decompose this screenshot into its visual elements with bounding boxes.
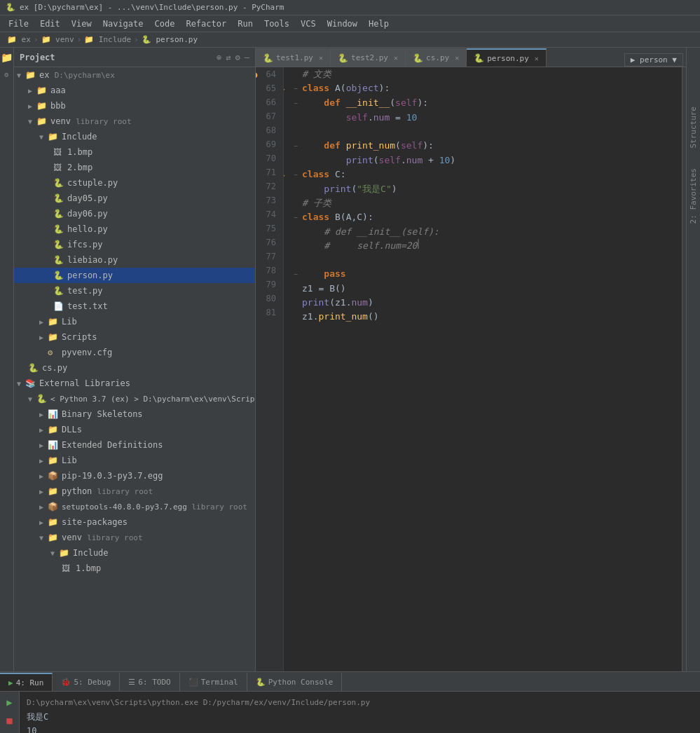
menu-help[interactable]: Help [363,15,394,32]
fold-71[interactable] [291,168,301,182]
label-dlls: DLLs [62,425,82,434]
py-icon-37: 🐍 [36,394,48,404]
tree-item-bbb[interactable]: ▶ 📁 bbb [14,98,255,114]
fold-78[interactable] [291,268,301,282]
breadcrumb-ex[interactable]: 📁 ex [7,35,31,44]
tree-item-dlls[interactable]: ▶ 📁 DLLs [14,422,255,437]
tree-item-binary[interactable]: ▶ 📊 Binary Skeletons [14,406,255,422]
menu-run[interactable]: Run [232,15,259,32]
bottom-tab-run[interactable]: ▶ 4: Run [0,673,53,691]
tree-item-python37[interactable]: ▼ 🐍 < Python 3.7 (ex) > D:\pycharm\ex\ve… [14,391,255,406]
tree-item-include[interactable]: ▼ 📁 Include [14,129,255,144]
side-label-favorites[interactable]: 2: Favorites [687,165,699,226]
label-include2: Include [73,548,109,558]
tree-item-day06[interactable]: 🐍 day06.py [14,206,255,221]
tree-item-testpy[interactable]: 🐍 test.py [14,283,255,299]
tree-item-day05[interactable]: 🐍 day05.py [14,191,255,206]
arrow-ex: ▼ [17,71,25,79]
run-stop-btn[interactable]: ■ [2,713,18,728]
tree-item-pip[interactable]: ▶ 📦 pip-19.0.3-py3.7.egg [14,468,255,484]
menu-view[interactable]: View [66,15,97,32]
tab-close-person[interactable]: ✕ [535,55,539,62]
menu-refactor[interactable]: Refactor [180,15,232,32]
project-close-icon[interactable]: — [245,53,249,62]
project-add-icon[interactable]: ⊕ [217,53,221,62]
project-settings-icon[interactable]: ⚙ [235,53,240,62]
tree-item-aaa[interactable]: ▶ 📁 aaa [14,83,255,98]
side-icon-1[interactable]: ⚙ [0,67,14,81]
tree-item-setuptools[interactable]: ▶ 📦 setuptools-40.8.0-py3.7.egg library … [14,499,255,514]
fold-65[interactable] [291,82,301,96]
bottom-tab-debug[interactable]: 🐞 5: Debug [53,673,120,691]
tree-item-hello[interactable]: 🐍 hello.py [14,221,255,237]
tree-item-1bmp2[interactable]: 🖼 1.bmp [14,561,255,576]
label-hello: hello.py [67,224,108,234]
tree-item-2bmp[interactable]: 🖼 2.bmp [14,160,255,175]
breadcrumb-venv[interactable]: 📁 venv [41,35,74,44]
tree-item-cspy[interactable]: 🐍 cs.py [14,360,255,376]
tree-item-ex[interactable]: ▼ 📁 ex D:\pycharm\ex [14,67,255,83]
bottom-tab-todo[interactable]: ☰ 6: TODO [120,673,179,691]
code-editor[interactable]: ● 64 65 66 67 68 69 70 71 72 73 74 75 76 [256,67,686,671]
tab-close-test2[interactable]: ✕ [394,54,398,62]
code-line-77 [291,253,675,267]
menu-vcs[interactable]: VCS [295,15,322,32]
tab-person[interactable]: 🐍 person.py ✕ [467,48,547,67]
tree-item-cstuple[interactable]: 🐍 cstuple.py [14,175,255,191]
folder-icon-venv2: 📁 [48,533,59,542]
breadcrumb-include[interactable]: 📁 Include [84,35,131,44]
menu-navigate[interactable]: Navigate [97,15,149,32]
fold-69[interactable] [291,139,301,153]
tree-item-testtxt[interactable]: 📄 test.txt [14,299,255,314]
menu-code[interactable]: Code [149,15,181,32]
tree-item-extdefs[interactable]: ▶ 📊 Extended Definitions [14,437,255,453]
project-sync-icon[interactable]: ⇄ [226,53,231,62]
menu-window[interactable]: Window [322,15,363,32]
tab-icon-cs: 🐍 [413,53,423,63]
project-tree[interactable]: ▼ 📁 ex D:\pycharm\ex ▶ 📁 aaa ▶ 📁 bbb [14,67,255,671]
menu-file[interactable]: File [3,15,34,32]
menu-tools[interactable]: Tools [259,15,295,32]
run-config[interactable]: ▶ person ▼ [624,53,683,67]
label-site: site-packages [62,517,128,527]
menu-edit[interactable]: Edit [34,15,66,32]
code-line-68 [291,125,675,139]
label-setuptools: setuptools-40.8.0-py3.7.egg library root [62,502,247,512]
run-play-btn[interactable]: ▶ [2,694,18,710]
tree-item-venv[interactable]: ▼ 📁 venv library root [14,114,255,129]
bottom-panel: ▶ 4: Run 🐞 5: Debug ☰ 6: TODO ⬛ Terminal… [0,671,700,733]
tree-item-lib2[interactable]: ▶ 📁 Lib [14,453,255,468]
tree-item-site[interactable]: ▶ 📁 site-packages [14,514,255,530]
bottom-tab-console[interactable]: 🐍 Python Console [247,673,343,691]
tree-item-liebiao[interactable]: 🐍 liebiao.py [14,252,255,268]
project-title: Project [20,53,217,62]
tree-item-extlib[interactable]: ▼ 📚 External Libraries [14,376,255,391]
run-out-1: 我是C [27,710,693,724]
project-header: Project ⊕ ⇄ ⚙ — [14,48,255,67]
code-content[interactable]: # 文类 ▶ class A(object): def __init__(sel… [284,67,682,671]
bottom-tab-terminal[interactable]: ⬛ Terminal [180,673,247,691]
tree-item-ifcs[interactable]: 🐍 ifcs.py [14,237,255,252]
code-line-70: print(self.num + 10) [291,153,675,167]
run-command: D:\pycharm\ex\venv\Scripts\python.exe D:… [27,696,693,710]
tree-item-pyroot[interactable]: ▶ 📁 python library root [14,484,255,499]
tab-close-cs[interactable]: ✕ [455,54,459,62]
fold-74[interactable] [291,211,301,225]
tab-cs[interactable]: 🐍 cs.py ✕ [406,48,467,67]
tab-test2[interactable]: 🐍 test2.py ✕ [331,48,406,67]
tab-close-test1[interactable]: ✕ [319,54,323,62]
tree-item-pyvenv[interactable]: ⚙ pyvenv.cfg [14,345,255,360]
tree-item-venv2[interactable]: ▼ 📁 venv library root [14,530,255,545]
tree-item-scripts[interactable]: ▶ 📁 Scripts [14,329,255,345]
breadcrumb-person[interactable]: 🐍 person.py [142,35,198,44]
label-day05: day05.py [67,193,108,203]
tree-item-lib[interactable]: ▶ 📁 Lib [14,314,255,329]
tree-item-1bmp[interactable]: 🖼 1.bmp [14,144,255,160]
folder-icon-scripts: 📁 [48,332,59,342]
tree-item-include2[interactable]: ▼ 📁 Include [14,545,255,561]
tree-item-person[interactable]: 🐍 person.py [14,268,255,283]
fold-66[interactable] [291,97,301,111]
side-icon-project[interactable]: 📁 [0,50,14,64]
side-label-structure[interactable]: Structure [687,104,699,151]
tab-test1[interactable]: 🐍 test1.py ✕ [256,48,331,67]
